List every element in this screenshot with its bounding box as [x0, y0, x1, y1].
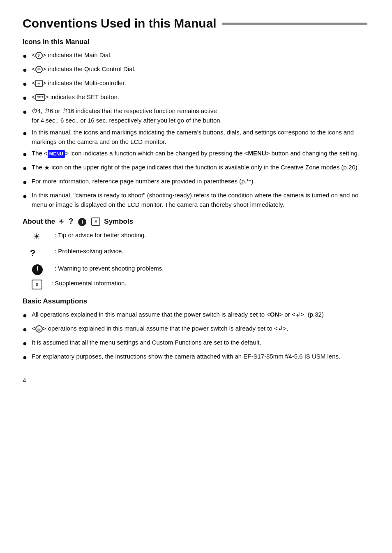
icons-section-heading: Icons in this Manual	[23, 38, 367, 46]
bullet-icon: ●	[23, 338, 32, 349]
problem-question-icon: ?	[27, 246, 46, 260]
item-content: ⏱4, ⏱6 or ⏱16 indicates that the respect…	[32, 106, 367, 125]
about-the-label: About the	[23, 217, 55, 226]
page-title: Conventions Used in this Manual	[23, 16, 367, 30]
item-content: The ★ icon on the upper right of the pag…	[32, 162, 367, 173]
symbols-table: ☀ : Tip or advice for better shooting. ?…	[27, 230, 367, 290]
symbols-suffix-label: Symbols	[104, 217, 133, 226]
item-content: <⌇⌇> indicates the Main Dial.	[32, 50, 367, 60]
item-content: It is assumed that all the menu settings…	[32, 338, 367, 347]
question-symbol-icon: ?	[69, 217, 73, 226]
list-item: ● All operations explained in this manua…	[23, 310, 367, 322]
multi-ctrl-icon: ✛	[35, 80, 43, 87]
bullet-icon: ●	[23, 310, 32, 322]
on-text: ON	[270, 311, 279, 318]
warning-text: : Warning to prevent shooting problems.	[55, 264, 367, 273]
basic-list: ● All operations explained in this manua…	[23, 310, 367, 363]
title-rule	[222, 23, 367, 25]
tip-text: : Tip or advice for better shooting.	[55, 230, 367, 240]
list-item: ● For more information, reference page n…	[23, 176, 367, 188]
sun-symbol-icon: ☀	[58, 217, 64, 225]
bullet-icon: ●	[23, 51, 32, 62]
list-item: ● The ★ icon on the upper right of the p…	[23, 162, 367, 174]
qc-dial-icon2: ◎	[35, 325, 43, 333]
main-dial-icon: ⌇⌇	[35, 52, 43, 59]
bullet-icon: ●	[23, 177, 32, 188]
list-item: ● In this manual, "camera is ready to sh…	[23, 190, 367, 210]
warning-symbol-icon: !	[78, 217, 86, 226]
info-text: : Supplemental information.	[51, 278, 367, 288]
qc-dial-icon: ◎	[35, 66, 43, 73]
warning-big-icon: !	[27, 264, 46, 275]
item-content: In this manual, the icons and markings i…	[32, 127, 367, 147]
list-item: ● <SET> indicates the SET button.	[23, 92, 367, 104]
list-item: ● <⌇⌇> indicates the Main Dial.	[23, 50, 367, 62]
menu-icon: MENU	[48, 150, 65, 158]
star-icon: ★	[44, 164, 50, 171]
warning-circle-icon: !	[78, 218, 86, 226]
list-item: ● <◎> indicates the Quick Control Dial.	[23, 64, 367, 76]
item-content: <◎> indicates the Quick Control Dial.	[32, 64, 367, 74]
bullet-icon: ●	[23, 65, 32, 76]
info-box-icon: ≡	[32, 280, 42, 289]
bullet-icon: ●	[23, 128, 32, 139]
problem-text: : Problem-solving advice.	[55, 246, 367, 256]
note-symbol-icon: ≡	[91, 217, 100, 226]
bullet-icon: ●	[23, 106, 32, 118]
bullet-icon: ●	[23, 191, 32, 202]
item-content: <✛> indicates the Multi-controller.	[32, 78, 367, 88]
list-item: ● ⏱4, ⏱6 or ⏱16 indicates that the respe…	[23, 106, 367, 125]
symbols-heading: About the ☀ ? ! ≡ Symbols	[23, 217, 367, 226]
timer6-icon: ⏱6	[44, 108, 53, 114]
warning-circle-big-icon: !	[32, 264, 43, 275]
sym-row-warning: ! : Warning to prevent shooting problems…	[27, 264, 367, 275]
item-content: All operations explained in this manual …	[32, 310, 367, 319]
bullet-icon: ●	[23, 352, 32, 363]
list-item: ● In this manual, the icons and markings…	[23, 127, 367, 147]
list-item: ● The <MENU> icon indicates a function w…	[23, 148, 367, 160]
item-content: For more information, reference page num…	[32, 176, 367, 186]
menu-text: MENU	[248, 150, 266, 157]
sym-row-problem: ? : Problem-solving advice.	[27, 246, 367, 260]
set-btn-icon: SET	[35, 94, 45, 101]
list-item: ● For explanatory purposes, the instruct…	[23, 352, 367, 363]
bullet-icon: ●	[23, 93, 32, 104]
sym-row-info: ≡ : Supplemental information.	[27, 278, 367, 290]
bullet-icon: ●	[23, 324, 32, 336]
item-content: <◎> operations explained in this manual …	[32, 324, 367, 333]
timer16-icon: ⏱16	[62, 108, 74, 114]
list-item: ● It is assumed that all the menu settin…	[23, 338, 367, 349]
symbols-section: About the ☀ ? ! ≡ Symbols ☀ : Tip or adv…	[23, 217, 367, 290]
bullet-icon: ●	[23, 163, 32, 174]
item-content: In this manual, "camera is ready to shoo…	[32, 190, 367, 210]
list-item: ● <◎> operations explained in this manua…	[23, 324, 367, 336]
info-note-icon: ≡	[27, 278, 46, 290]
timer4-icon: ⏱4	[32, 108, 41, 114]
item-content: <SET> indicates the SET button.	[32, 92, 367, 102]
item-content: For explanatory purposes, the instructio…	[32, 352, 367, 361]
sym-row-tip: ☀ : Tip or advice for better shooting.	[27, 230, 367, 243]
list-item: ● <✛> indicates the Multi-controller.	[23, 78, 367, 90]
page-number: 4	[23, 377, 367, 384]
item-content: The <MENU> icon indicates a function whi…	[32, 148, 367, 158]
tip-sun-icon: ☀	[27, 230, 46, 243]
basic-section-heading: Basic Assumptions	[23, 297, 367, 305]
bullet-icon: ●	[23, 149, 32, 160]
icons-list: ● <⌇⌇> indicates the Main Dial. ● <◎> in…	[23, 50, 367, 209]
bullet-icon: ●	[23, 79, 32, 90]
